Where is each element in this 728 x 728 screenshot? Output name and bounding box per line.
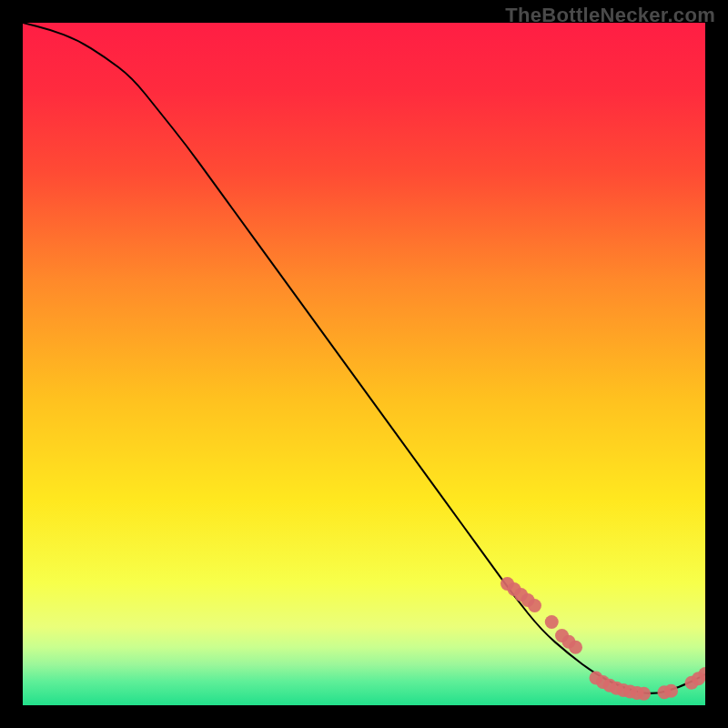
watermark-text: TheBottleNecker.com bbox=[505, 4, 715, 27]
gradient-background bbox=[23, 23, 705, 705]
data-marker bbox=[664, 684, 678, 698]
data-marker bbox=[569, 641, 582, 654]
data-marker bbox=[545, 615, 559, 629]
data-marker bbox=[528, 599, 541, 612]
plot-svg bbox=[23, 23, 705, 705]
chart-stage: TheBottleNecker.com bbox=[0, 0, 728, 728]
data-marker bbox=[637, 687, 651, 701]
plot-area bbox=[23, 23, 705, 705]
